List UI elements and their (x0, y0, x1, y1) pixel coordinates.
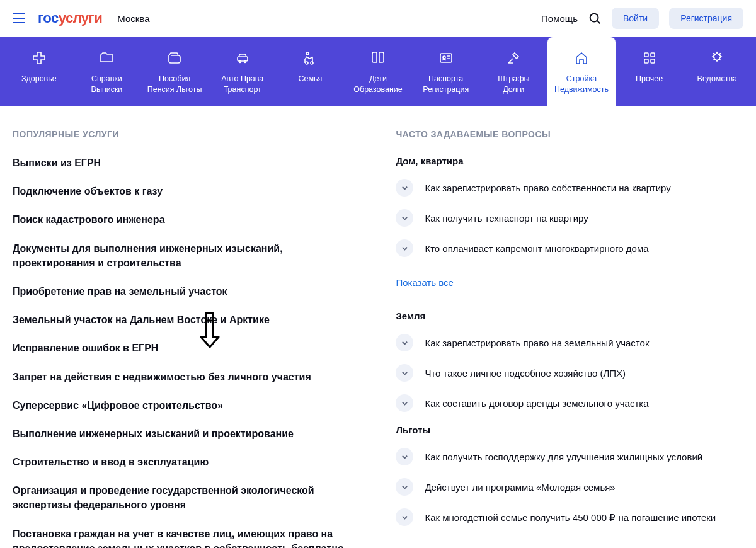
grid-icon (641, 50, 658, 66)
faq-item[interactable]: Как многодетной семье получить 450 000 ₽… (396, 508, 743, 526)
faq-item[interactable]: Что такое личное подсобное хозяйство (ЛП… (396, 364, 743, 382)
chevron-down-icon (396, 209, 413, 227)
logo[interactable]: госуслуги (38, 10, 102, 26)
nav-label: Прочее (636, 74, 663, 84)
svg-rect-10 (644, 53, 648, 57)
nav-item-4[interactable]: Семья (277, 37, 345, 106)
menu-icon[interactable] (13, 11, 28, 26)
nav-label: Справки Выписки (91, 74, 123, 95)
service-link-5[interactable]: Земельный участок на Дальнем Востоке и А… (13, 312, 365, 327)
category-nav: ЗдоровьеСправки ВыпискиПособия Пенсия Ль… (0, 37, 756, 106)
login-button[interactable]: Войти (612, 8, 659, 29)
folder-icon (98, 50, 115, 66)
service-link-8[interactable]: Суперсервис «Цифровое строительство» (13, 398, 365, 413)
gavel-icon (505, 50, 522, 66)
faq-item[interactable]: Как зарегистрировать право собственности… (396, 179, 743, 197)
service-link-12[interactable]: Постановка граждан на учет в качестве ли… (13, 527, 365, 548)
baby-icon (302, 50, 318, 66)
chevron-down-icon (396, 478, 413, 496)
faq-text: Как зарегистрировать право на земельный … (425, 336, 649, 350)
svg-rect-11 (651, 53, 655, 57)
header-right: Помощь Войти Регистрация (541, 8, 743, 29)
show-all-link[interactable]: Показать все (396, 277, 454, 288)
faq-item[interactable]: Как получить техпаспорт на квартиру (396, 209, 743, 227)
nav-item-5[interactable]: Дети Образование (344, 37, 412, 106)
chevron-down-icon (396, 239, 413, 257)
section-title-faq: ЧАСТО ЗАДАВАЕМЫЕ ВОПРОСЫ (396, 129, 743, 139)
section-title-popular: ПОПУЛЯРНЫЕ УСЛУГИ (13, 129, 370, 139)
faq-item[interactable]: Действует ли программа «Молодая семья» (396, 478, 743, 496)
faq-item[interactable]: Кто оплачивает капремонт многоквартирног… (396, 239, 743, 257)
logo-part-2: услуги (59, 10, 103, 26)
search-icon[interactable] (588, 11, 602, 25)
service-link-2[interactable]: Поиск кадастрового инженера (13, 212, 365, 227)
popular-services: ПОПУЛЯРНЫЕ УСЛУГИ Выписки из ЕГРНПодключ… (13, 129, 370, 548)
svg-rect-12 (644, 59, 648, 63)
faq-group-title-1: Земля (396, 311, 743, 321)
service-link-9[interactable]: Выполнение инженерных изысканий и проект… (13, 426, 365, 441)
header: госуслуги Москва Помощь Войти Регистраци… (0, 0, 756, 37)
emblem-icon (709, 50, 725, 66)
nav-label: Пособия Пенсия Льготы (147, 74, 202, 95)
svg-rect-8 (440, 54, 452, 62)
faq-text: Как многодетной семье получить 450 000 ₽… (425, 511, 716, 524)
faq-group-title-0: Дом, квартира (396, 156, 743, 166)
svg-rect-2 (238, 57, 248, 61)
faq-text: Кто оплачивает капремонт многоквартирног… (425, 242, 648, 255)
svg-point-5 (306, 52, 309, 55)
faq-item[interactable]: Как зарегистрировать право на земельный … (396, 334, 743, 351)
nav-label: Здоровье (21, 74, 57, 84)
svg-line-1 (597, 21, 600, 23)
nav-label: Авто Права Транспорт (221, 74, 263, 95)
faq-item[interactable]: Как составить договор аренды земельного … (396, 394, 743, 412)
nav-item-6[interactable]: Паспорта Регистрация (412, 37, 480, 106)
nav-item-2[interactable]: Пособия Пенсия Льготы (140, 37, 209, 106)
city-selector[interactable]: Москва (117, 13, 149, 24)
service-link-1[interactable]: Подключение объектов к газу (13, 184, 365, 198)
nav-item-8[interactable]: Стройка Недвижимость (547, 37, 616, 106)
faq-text: Что такое личное подсобное хозяйство (ЛП… (425, 367, 626, 380)
book-icon (370, 50, 386, 66)
help-link[interactable]: Помощь (541, 13, 578, 24)
svg-rect-13 (651, 59, 655, 63)
nav-label: Стройка Недвижимость (554, 74, 609, 95)
faq-group-title-2: Льготы (396, 425, 743, 435)
nav-label: Ведомства (697, 74, 737, 84)
svg-point-9 (443, 56, 445, 59)
nav-item-1[interactable]: Справки Выписки (73, 37, 141, 106)
nav-item-3[interactable]: Авто Права Транспорт (209, 37, 277, 106)
nav-label: Паспорта Регистрация (423, 74, 469, 95)
faq-text: Как составить договор аренды земельного … (425, 397, 648, 410)
plus-medical-icon (31, 50, 47, 66)
register-button[interactable]: Регистрация (669, 8, 743, 29)
service-link-11[interactable]: Организация и проведение государственной… (13, 483, 365, 512)
service-link-6[interactable]: Исправление ошибок в ЕГРН (13, 341, 365, 355)
svg-point-7 (311, 62, 313, 64)
chevron-down-icon (396, 364, 413, 382)
nav-item-7[interactable]: Штрафы Долги (479, 37, 547, 106)
faq-text: Действует ли программа «Молодая семья» (425, 481, 615, 494)
faq-section: ЧАСТО ЗАДАВАЕМЫЕ ВОПРОСЫ Дом, квартираКа… (396, 129, 743, 548)
nav-label: Семья (298, 74, 322, 84)
car-icon (234, 50, 251, 66)
content: ПОПУЛЯРНЫЕ УСЛУГИ Выписки из ЕГРНПодключ… (0, 106, 756, 548)
service-link-10[interactable]: Строительство и ввод в эксплуатацию (13, 455, 365, 469)
svg-point-0 (590, 14, 598, 22)
faq-item[interactable]: Как получить господдержку для улучшения … (396, 448, 743, 465)
faq-text: Как получить техпаспорт на квартиру (425, 212, 588, 225)
chevron-down-icon (396, 179, 413, 197)
service-link-3[interactable]: Документы для выполнения инженерных изыс… (13, 241, 365, 270)
svg-point-6 (306, 62, 308, 64)
service-link-0[interactable]: Выписки из ЕГРН (13, 156, 365, 170)
nav-item-9[interactable]: Прочее (616, 37, 684, 106)
house-icon (573, 50, 590, 66)
nav-item-10[interactable]: Ведомства (683, 37, 751, 106)
nav-item-0[interactable]: Здоровье (5, 37, 73, 106)
service-link-7[interactable]: Запрет на действия с недвижимостью без л… (13, 370, 365, 384)
nav-label: Штрафы Долги (498, 74, 529, 95)
faq-text: Как получить господдержку для улучшения … (425, 450, 702, 464)
chevron-down-icon (396, 448, 413, 465)
service-link-4[interactable]: Приобретение прав на земельный участок (13, 284, 365, 299)
svg-point-4 (244, 61, 246, 63)
wallet-icon (166, 50, 183, 66)
